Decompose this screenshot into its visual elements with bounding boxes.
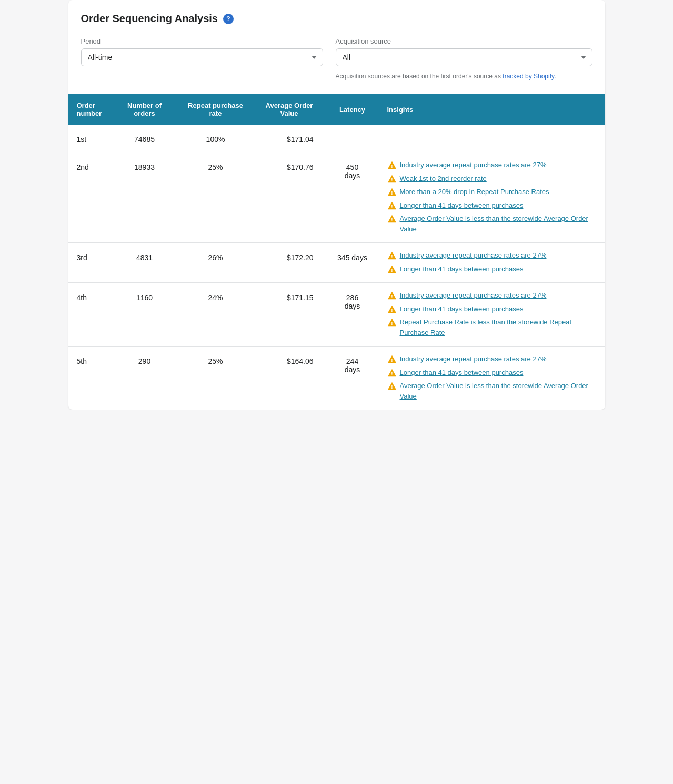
table-row: 3rd483126%$172.20345 days!Industry avera…	[68, 243, 605, 283]
header-number-of-orders: Number of orders	[111, 94, 179, 125]
cell-order-number: 4th	[68, 283, 111, 347]
insight-link[interactable]: Average Order Value is less than the sto…	[400, 381, 597, 401]
insight-link[interactable]: Longer than 41 days between purchases	[400, 368, 524, 378]
cell-order-number: 2nd	[68, 152, 111, 243]
page-header: Order Sequencing Analysis ?	[68, 0, 605, 33]
cell-average-order-value: $171.15	[253, 283, 326, 347]
warning-icon: !	[387, 381, 397, 391]
warning-icon: !	[387, 264, 397, 274]
insight-item: !Repeat Purchase Rate is less than the s…	[387, 317, 597, 338]
cell-insights: !Industry average repeat purchase rates …	[379, 152, 605, 243]
insight-link[interactable]: Average Order Value is less than the sto…	[400, 213, 597, 234]
cell-repeat-purchase-rate: 25%	[179, 347, 253, 410]
page-container: Order Sequencing Analysis ? Period All-t…	[68, 0, 605, 410]
insight-item: !Industry average repeat purchase rates …	[387, 160, 597, 170]
warning-icon: !	[387, 251, 397, 260]
warning-icon: !	[387, 187, 397, 197]
table-row: 5th29025%$164.06244 days!Industry averag…	[68, 347, 605, 410]
acquisition-select-wrapper: All	[336, 48, 592, 66]
cell-insights	[379, 125, 605, 152]
table-row: 4th116024%$171.15286 days!Industry avera…	[68, 283, 605, 347]
svg-text:!: !	[391, 293, 393, 299]
svg-text:!: !	[391, 357, 393, 363]
warning-icon: !	[387, 214, 397, 223]
insight-link[interactable]: Industry average repeat purchase rates a…	[400, 290, 547, 301]
help-icon[interactable]: ?	[223, 14, 234, 24]
header-repeat-purchase-rate: Repeat purchase rate	[179, 94, 253, 125]
insight-link[interactable]: Industry average repeat purchase rates a…	[400, 354, 547, 364]
cell-repeat-purchase-rate: 100%	[179, 125, 253, 152]
cell-insights: !Industry average repeat purchase rates …	[379, 283, 605, 347]
cell-order-number: 5th	[68, 347, 111, 410]
insight-item: !Average Order Value is less than the st…	[387, 213, 597, 234]
cell-number-of-orders: 1160	[111, 283, 179, 347]
cell-number-of-orders: 4831	[111, 243, 179, 283]
cell-order-number: 3rd	[68, 243, 111, 283]
svg-text:!: !	[391, 307, 393, 313]
cell-number-of-orders: 18933	[111, 152, 179, 243]
table-body: 1st74685100%$171.042nd1893325%$170.76450…	[68, 125, 605, 410]
period-label: Period	[81, 37, 323, 45]
insight-item: !Longer than 41 days between purchases	[387, 368, 597, 378]
cell-repeat-purchase-rate: 24%	[179, 283, 253, 347]
main-table: Order number Number of orders Repeat pur…	[68, 94, 605, 410]
cell-insights: !Industry average repeat purchase rates …	[379, 347, 605, 410]
insight-item: !More than a 20% drop in Repeat Purchase…	[387, 187, 597, 197]
acquisition-note: Acquisition sources are based on the fir…	[336, 72, 592, 81]
cell-average-order-value: $164.06	[253, 347, 326, 410]
insight-link[interactable]: Longer than 41 days between purchases	[400, 200, 524, 211]
cell-latency: 450 days	[326, 152, 379, 243]
svg-text:!: !	[391, 267, 393, 273]
header-insights: Insights	[379, 94, 605, 125]
tracked-by-shopify-link[interactable]: tracked by Shopify	[503, 73, 554, 80]
svg-text:!: !	[391, 177, 393, 182]
insight-item: !Longer than 41 days between purchases	[387, 264, 597, 274]
svg-text:!: !	[391, 217, 393, 222]
page-title: Order Sequencing Analysis	[81, 13, 218, 25]
table-wrapper: Order number Number of orders Repeat pur…	[68, 94, 605, 410]
warning-icon: !	[387, 304, 397, 314]
filters-section: Period All-time Acquisition source All A…	[68, 33, 605, 94]
insight-item: !Industry average repeat purchase rates …	[387, 250, 597, 261]
header-average-order-value: Average Order Value	[253, 94, 326, 125]
insight-item: !Weak 1st to 2nd reorder rate	[387, 174, 597, 184]
insight-link[interactable]: Longer than 41 days between purchases	[400, 264, 524, 274]
warning-icon: !	[387, 368, 397, 378]
insight-item: !Longer than 41 days between purchases	[387, 304, 597, 314]
insight-link[interactable]: Weak 1st to 2nd reorder rate	[400, 174, 487, 184]
cell-average-order-value: $172.20	[253, 243, 326, 283]
insight-item: !Industry average repeat purchase rates …	[387, 354, 597, 364]
header-row: Order number Number of orders Repeat pur…	[68, 94, 605, 125]
period-select[interactable]: All-time	[81, 48, 323, 66]
svg-text:!: !	[391, 163, 393, 169]
svg-text:!: !	[391, 190, 393, 196]
acquisition-select[interactable]: All	[336, 48, 592, 66]
svg-text:!: !	[391, 371, 393, 376]
svg-text:!: !	[391, 203, 393, 209]
insight-link[interactable]: Industry average repeat purchase rates a…	[400, 250, 547, 261]
warning-icon: !	[387, 291, 397, 300]
warning-icon: !	[387, 318, 397, 327]
cell-number-of-orders: 74685	[111, 125, 179, 152]
insight-link[interactable]: Repeat Purchase Rate is less than the st…	[400, 317, 597, 338]
warning-icon: !	[387, 354, 397, 364]
cell-order-number: 1st	[68, 125, 111, 152]
warning-icon: !	[387, 174, 397, 184]
insight-link[interactable]: Industry average repeat purchase rates a…	[400, 160, 547, 170]
acquisition-filter-group: Acquisition source All Acquisition sourc…	[336, 37, 592, 81]
insight-item: !Longer than 41 days between purchases	[387, 200, 597, 211]
cell-latency: 345 days	[326, 243, 379, 283]
svg-text:!: !	[391, 384, 393, 390]
cell-repeat-purchase-rate: 25%	[179, 152, 253, 243]
cell-latency	[326, 125, 379, 152]
warning-icon: !	[387, 160, 397, 170]
insight-link[interactable]: Longer than 41 days between purchases	[400, 304, 524, 314]
insight-link[interactable]: More than a 20% drop in Repeat Purchase …	[400, 187, 549, 197]
insight-item: !Industry average repeat purchase rates …	[387, 290, 597, 301]
cell-average-order-value: $171.04	[253, 125, 326, 152]
cell-average-order-value: $170.76	[253, 152, 326, 243]
header-order-number: Order number	[68, 94, 111, 125]
cell-latency: 244 days	[326, 347, 379, 410]
cell-latency: 286 days	[326, 283, 379, 347]
cell-number-of-orders: 290	[111, 347, 179, 410]
